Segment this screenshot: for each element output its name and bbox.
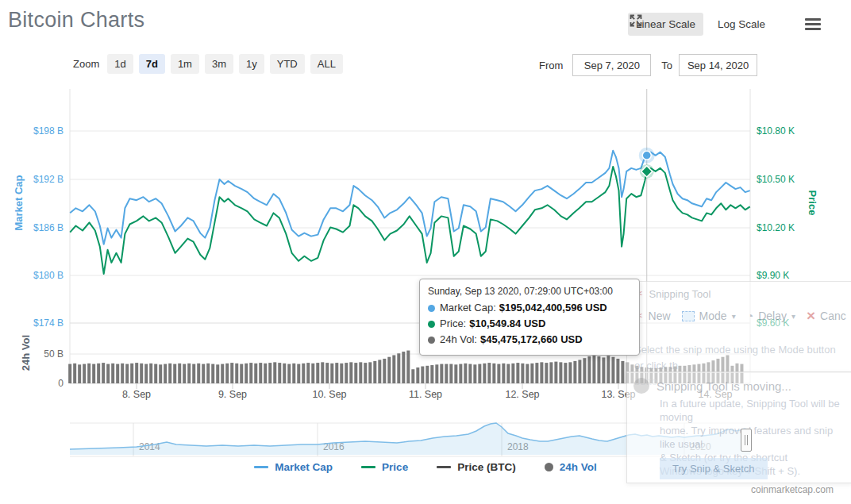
legend-item-24h-vol[interactable]: 24h Vol [545,461,597,473]
volume-bar [254,364,257,383]
volume-bar [373,361,376,383]
tooltip-series-label: 24h Vol: [440,332,477,348]
mode-icon [682,311,695,321]
fullscreen-arrows [628,13,644,29]
volume-bar [78,364,81,383]
volume-bar [459,364,462,383]
tooltip-series-dot [428,321,435,328]
volume-bar [573,361,576,383]
legend-item-price-btc-[interactable]: Price (BTC) [437,461,516,473]
volume-bar [245,364,248,383]
snip-delay-button[interactable]: ◔ Delay ▾ [747,310,795,322]
volume-bar [597,356,600,383]
volume-bar [335,363,338,383]
volume-bar [178,364,181,383]
volume-bar [192,364,195,383]
tooltip-series-label: Market Cap: [440,300,496,316]
volume-bar [287,364,291,383]
notification-body-line: In a future update, Snipping Tool will b… [660,397,847,424]
volume-bar [530,364,533,383]
volume-bar [521,364,524,383]
snip-cancel-label: Canc [820,310,846,322]
snip-cancel-button[interactable]: × Canc [807,310,846,322]
volume-bar [416,367,419,383]
tooltip-rows: Market Cap:$195,042,400,596 USDPrice:$10… [428,300,631,348]
volume-bar [121,364,124,383]
volume-bar [502,364,505,383]
legend-label: Price [382,461,408,473]
volume-bar [230,363,233,383]
volume-bar [364,363,367,383]
tooltip-series-value: $45,475,172,660 USD [480,332,583,348]
volume-bar [83,364,86,383]
volume-bar [206,364,210,383]
tooltip-row: Market Cap:$195,042,400,596 USD [428,300,631,316]
legend-swatch [437,466,451,468]
volume-bar [411,369,414,383]
volume-bar [106,364,110,383]
volume-bar [454,364,457,383]
volume-bar [359,362,362,383]
legend-swatch [545,463,553,471]
volume-bar [468,364,472,383]
volume-bar [316,363,319,383]
volume-bar [264,364,267,383]
volume-bar [116,364,119,383]
notification-icon [633,378,649,394]
tooltip-series-dot [428,305,435,312]
market-cap-marker[interactable] [642,151,651,160]
volume-bar [402,352,405,383]
volume-bar [368,362,372,383]
volume-bar [278,363,281,383]
volume-bar [387,357,391,383]
volume-bar [187,364,191,383]
volume-bar [435,364,438,383]
legend-item-market-cap[interactable]: Market Cap [254,461,333,473]
legend-swatch [361,466,375,468]
volume-bar [621,361,624,383]
chevron-down-icon: ▾ [732,312,736,321]
volume-bar [202,364,205,383]
volume-bar [125,364,129,383]
legend-item-price[interactable]: Price [361,461,408,473]
volume-bar [478,364,481,383]
snip-mode-button[interactable]: Mode ▾ [682,310,736,322]
volume-bar [592,355,595,383]
volume-bar [473,364,476,383]
volume-bar [225,364,229,383]
volume-bar [445,364,448,383]
volume-bar [349,362,352,383]
tooltip-series-value: $10,549.84 USD [469,316,545,332]
volume-bar [406,351,410,383]
volume-bar [183,364,186,383]
volume-bar [516,363,519,383]
notification-body-line: home. Try improved features and snip lik… [660,424,847,451]
navigator-handle[interactable] [741,429,752,452]
tooltip-series-label: Price: [440,316,466,332]
volume-bar [602,357,605,383]
snip-new-label: New [649,310,671,322]
volume-bar [111,364,114,383]
volume-bar [311,364,314,383]
tooltip-series-dot [428,337,435,344]
volume-bar [497,364,500,383]
volume-bar [144,364,148,383]
snipping-tool-title: Snipping Tool [649,288,711,300]
volume-bar [211,364,214,383]
volume-bar [240,364,243,383]
volume-bar [449,364,452,383]
volume-bar [154,364,157,383]
legend-label: Market Cap [275,461,333,473]
try-snip-sketch-button[interactable]: Try Snip & Sketch [660,458,768,479]
tooltip-row: Price:$10,549.84 USD [428,316,631,332]
volume-bar [259,363,262,383]
volume-bar [564,363,567,383]
legend-label: Price (BTC) [457,461,516,473]
volume-bar [164,364,167,383]
volume-bar [492,364,495,383]
price-line[interactable] [70,167,750,274]
volume-bar [102,363,105,383]
snipping-notification: Snipping Tool is moving... In a future u… [626,371,851,483]
volume-bar [306,363,310,383]
volume-bar [345,363,348,383]
